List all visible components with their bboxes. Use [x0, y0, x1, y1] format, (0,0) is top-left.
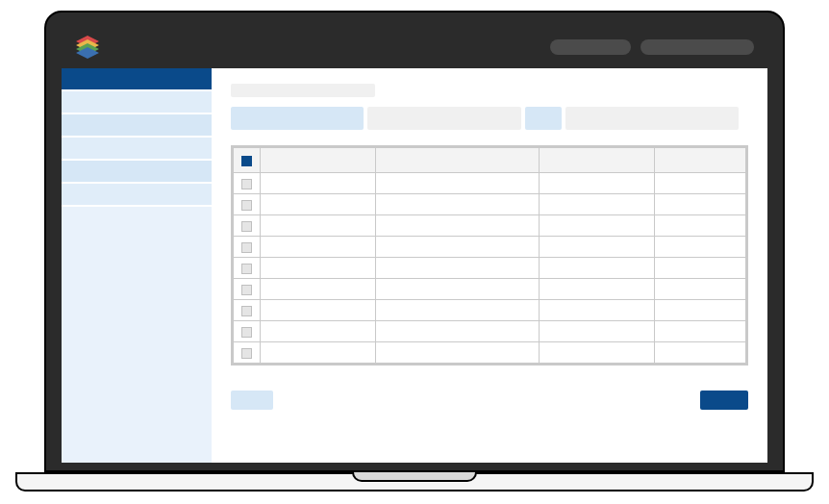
table-cell — [261, 279, 376, 300]
topbar — [62, 26, 767, 68]
row-checkbox[interactable] — [241, 306, 252, 316]
table-cell — [540, 173, 655, 194]
body — [62, 68, 767, 463]
app-screen — [62, 26, 767, 463]
main-content — [212, 68, 767, 463]
table-header-row — [234, 148, 746, 173]
table-row[interactable] — [234, 194, 746, 215]
row-checkbox[interactable] — [241, 179, 252, 189]
sidebar-item-3[interactable] — [62, 138, 212, 161]
table-row[interactable] — [234, 279, 746, 300]
table-cell — [261, 173, 376, 194]
sidebar-item-5[interactable] — [62, 184, 212, 207]
topbar-button-1[interactable] — [550, 39, 631, 55]
table-cell — [655, 279, 746, 300]
table-cell — [540, 194, 655, 215]
table-cell — [376, 194, 540, 215]
column-header-2[interactable] — [540, 148, 655, 173]
table-cell — [540, 300, 655, 321]
table-cell — [376, 258, 540, 279]
table-cell — [376, 237, 540, 258]
table-cell — [376, 279, 540, 300]
page-title — [231, 84, 375, 97]
table-cell — [261, 194, 376, 215]
sidebar-item-2[interactable] — [62, 114, 212, 138]
table-cell — [655, 258, 746, 279]
laptop-bezel — [44, 11, 785, 472]
table-cell — [376, 173, 540, 194]
table-cell — [655, 215, 746, 237]
topbar-button-2[interactable] — [641, 39, 754, 55]
table-row[interactable] — [234, 342, 746, 364]
table-cell — [376, 215, 540, 237]
data-table — [231, 145, 748, 365]
tab-3[interactable] — [565, 107, 739, 130]
table-cell — [540, 237, 655, 258]
table-cell — [261, 321, 376, 342]
table-row[interactable] — [234, 321, 746, 342]
table-cell — [261, 258, 376, 279]
row-checkbox[interactable] — [241, 285, 252, 295]
row-checkbox[interactable] — [241, 264, 252, 274]
app-logo-icon[interactable] — [75, 35, 100, 60]
table-cell — [655, 342, 746, 364]
table-cell — [261, 215, 376, 237]
table-cell — [540, 258, 655, 279]
table-cell — [261, 342, 376, 364]
select-all-checkbox[interactable] — [241, 156, 252, 166]
footer-actions — [231, 391, 748, 410]
laptop-frame — [15, 11, 814, 493]
table-cell — [376, 342, 540, 364]
row-checkbox[interactable] — [241, 242, 252, 253]
table-cell — [540, 342, 655, 364]
row-checkbox[interactable] — [241, 221, 252, 232]
column-header-3[interactable] — [655, 148, 746, 173]
table-cell — [655, 300, 746, 321]
table-row[interactable] — [234, 237, 746, 258]
tab-2[interactable] — [525, 107, 562, 130]
sidebar-item-1[interactable] — [62, 91, 212, 114]
tab-1[interactable] — [367, 107, 521, 130]
tab-bar — [231, 107, 748, 130]
laptop-base — [15, 472, 814, 491]
table-cell — [540, 279, 655, 300]
table-cell — [655, 237, 746, 258]
row-checkbox[interactable] — [241, 327, 252, 338]
row-checkbox[interactable] — [241, 200, 252, 211]
table-row[interactable] — [234, 173, 746, 194]
table-cell — [655, 321, 746, 342]
primary-button[interactable] — [700, 391, 748, 410]
table-cell — [655, 173, 746, 194]
table-cell — [261, 300, 376, 321]
table-cell — [540, 321, 655, 342]
table-cell — [655, 194, 746, 215]
column-header-1[interactable] — [376, 148, 540, 173]
secondary-button[interactable] — [231, 391, 273, 410]
column-header-0[interactable] — [261, 148, 376, 173]
sidebar-item-4[interactable] — [62, 161, 212, 184]
table-cell — [540, 215, 655, 237]
table-cell — [376, 300, 540, 321]
table-row[interactable] — [234, 300, 746, 321]
sidebar-item-0[interactable] — [62, 68, 212, 91]
sidebar — [62, 68, 212, 463]
table-row[interactable] — [234, 258, 746, 279]
table-cell — [261, 237, 376, 258]
table-row[interactable] — [234, 215, 746, 237]
laptop-notch — [352, 472, 477, 482]
row-checkbox[interactable] — [241, 348, 252, 359]
tab-0[interactable] — [231, 107, 364, 130]
table-cell — [376, 321, 540, 342]
